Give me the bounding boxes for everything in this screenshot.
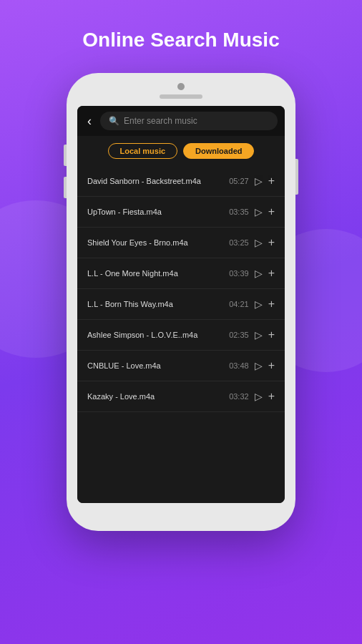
add-button[interactable]: + [268,328,275,341]
volume-up-button [64,145,67,166]
song-duration: 03:32 [229,392,249,401]
song-duration: 04:21 [229,300,249,308]
song-info: UpTown - Fiesta.m4a 03:35 [87,208,255,216]
add-button[interactable]: + [268,390,275,403]
song-item[interactable]: Ashlee Simpson - L.O.V.E..m4a 02:35 ▷ + [77,320,285,351]
phone-speaker [160,94,202,99]
song-name: Kazaky - Love.m4a [87,392,229,401]
search-icon: 🔍 [109,116,119,126]
play-button[interactable]: ▷ [255,175,263,187]
page-title: Online Search Music [82,29,279,52]
add-button[interactable]: + [268,298,275,311]
volume-down-button [64,177,67,198]
phone-screen: ‹ 🔍 Enter search music Local music Downl… [77,106,285,503]
song-name: UpTown - Fiesta.m4a [87,208,229,216]
song-info: Kazaky - Love.m4a 03:32 [87,392,255,401]
song-duration: 02:35 [229,331,249,339]
play-button[interactable]: ▷ [255,391,263,402]
song-name: L.L - One More Night.m4a [87,269,229,278]
phone-camera [177,83,185,90]
song-item[interactable]: UpTown - Fiesta.m4a 03:35 ▷ + [77,197,285,228]
power-button [295,159,298,195]
song-info: L.L - Born This Way.m4a 04:21 [87,300,255,308]
add-button[interactable]: + [268,236,275,249]
phone-notch [67,73,295,99]
song-info: CNBLUE - Love.m4a 03:48 [87,361,255,370]
song-item[interactable]: L.L - Born This Way.m4a 04:21 ▷ + [77,289,285,320]
song-list: David Sanborn - Backstreet.m4a 05:27 ▷ +… [77,166,285,503]
back-button[interactable]: ‹ [84,112,94,130]
song-duration: 03:48 [229,361,249,370]
play-button[interactable]: ▷ [255,298,263,310]
song-duration: 03:25 [229,238,249,247]
song-info: L.L - One More Night.m4a 03:39 [87,269,255,278]
song-name: David Sanborn - Backstreet.m4a [87,177,229,185]
song-info: Shield Your Eyes - Brno.m4a 03:25 [87,238,255,247]
add-button[interactable]: + [268,205,275,218]
play-button[interactable]: ▷ [255,329,263,341]
phone-frame: ‹ 🔍 Enter search music Local music Downl… [67,73,295,531]
song-item[interactable]: Kazaky - Love.m4a 03:32 ▷ + [77,381,285,412]
tab-local-music[interactable]: Local music [108,143,178,159]
song-duration: 03:39 [229,269,249,278]
add-button[interactable]: + [268,175,275,187]
song-info: David Sanborn - Backstreet.m4a 05:27 [87,177,255,185]
play-button[interactable]: ▷ [255,360,263,371]
search-bar-row: ‹ 🔍 Enter search music [77,106,285,136]
song-item[interactable]: CNBLUE - Love.m4a 03:48 ▷ + [77,351,285,381]
add-button[interactable]: + [268,359,275,372]
play-button[interactable]: ▷ [255,237,263,248]
tab-row: Local music Downloaded [77,136,285,166]
search-placeholder: Enter search music [124,116,197,126]
song-name: L.L - Born This Way.m4a [87,300,229,308]
song-item[interactable]: L.L - One More Night.m4a 03:39 ▷ + [77,258,285,289]
play-button[interactable]: ▷ [255,206,263,218]
song-duration: 03:35 [229,208,249,216]
song-item[interactable]: Shield Your Eyes - Brno.m4a 03:25 ▷ + [77,228,285,258]
song-name: Ashlee Simpson - L.O.V.E..m4a [87,331,229,339]
add-button[interactable]: + [268,267,275,280]
song-name: CNBLUE - Love.m4a [87,361,229,370]
search-box[interactable]: 🔍 Enter search music [100,112,278,130]
song-name: Shield Your Eyes - Brno.m4a [87,238,229,247]
song-duration: 05:27 [229,177,249,185]
play-button[interactable]: ▷ [255,268,263,279]
song-item[interactable]: David Sanborn - Backstreet.m4a 05:27 ▷ + [77,166,285,197]
tab-downloaded[interactable]: Downloaded [183,143,254,159]
song-info: Ashlee Simpson - L.O.V.E..m4a 02:35 [87,331,255,339]
